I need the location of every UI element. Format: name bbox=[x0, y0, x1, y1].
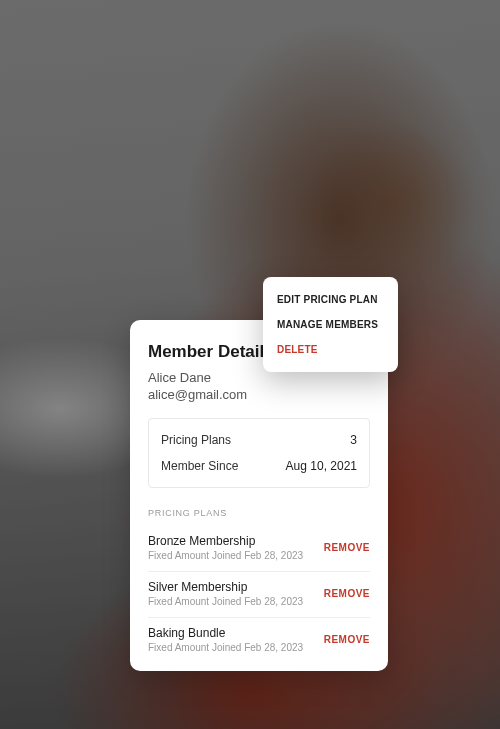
plan-name: Baking Bundle bbox=[148, 626, 303, 640]
pricing-plans-header: PRICING PLANS bbox=[148, 508, 370, 518]
stats-value: 3 bbox=[350, 433, 357, 447]
remove-button[interactable]: REMOVE bbox=[324, 588, 370, 599]
plan-meta: Fixed Amount Joined Feb 28, 2023 bbox=[148, 596, 303, 607]
plan-row: Bronze Membership Fixed Amount Joined Fe… bbox=[148, 526, 370, 572]
remove-button[interactable]: REMOVE bbox=[324, 634, 370, 645]
context-menu: EDIT PRICING PLAN MANAGE MEMBERS DELETE bbox=[263, 277, 398, 372]
manage-members-button[interactable]: MANAGE MEMBERS bbox=[263, 312, 398, 337]
stats-box: Pricing Plans 3 Member Since Aug 10, 202… bbox=[148, 418, 370, 488]
stats-label: Member Since bbox=[161, 459, 238, 473]
delete-button[interactable]: DELETE bbox=[263, 337, 398, 362]
edit-pricing-plan-button[interactable]: EDIT PRICING PLAN bbox=[263, 287, 398, 312]
plan-row: Silver Membership Fixed Amount Joined Fe… bbox=[148, 572, 370, 618]
plan-row: Baking Bundle Fixed Amount Joined Feb 28… bbox=[148, 618, 370, 663]
stats-row-plans: Pricing Plans 3 bbox=[161, 429, 357, 451]
member-details-card: Member Details Alice Dane alice@gmail.co… bbox=[130, 320, 388, 671]
stats-label: Pricing Plans bbox=[161, 433, 231, 447]
remove-button[interactable]: REMOVE bbox=[324, 542, 370, 553]
plan-meta: Fixed Amount Joined Feb 28, 2023 bbox=[148, 550, 303, 561]
member-email: alice@gmail.com bbox=[148, 387, 370, 402]
plan-name: Bronze Membership bbox=[148, 534, 303, 548]
plan-name: Silver Membership bbox=[148, 580, 303, 594]
stats-row-since: Member Since Aug 10, 2021 bbox=[161, 455, 357, 477]
plan-meta: Fixed Amount Joined Feb 28, 2023 bbox=[148, 642, 303, 653]
stats-value: Aug 10, 2021 bbox=[286, 459, 357, 473]
member-name: Alice Dane bbox=[148, 370, 370, 385]
